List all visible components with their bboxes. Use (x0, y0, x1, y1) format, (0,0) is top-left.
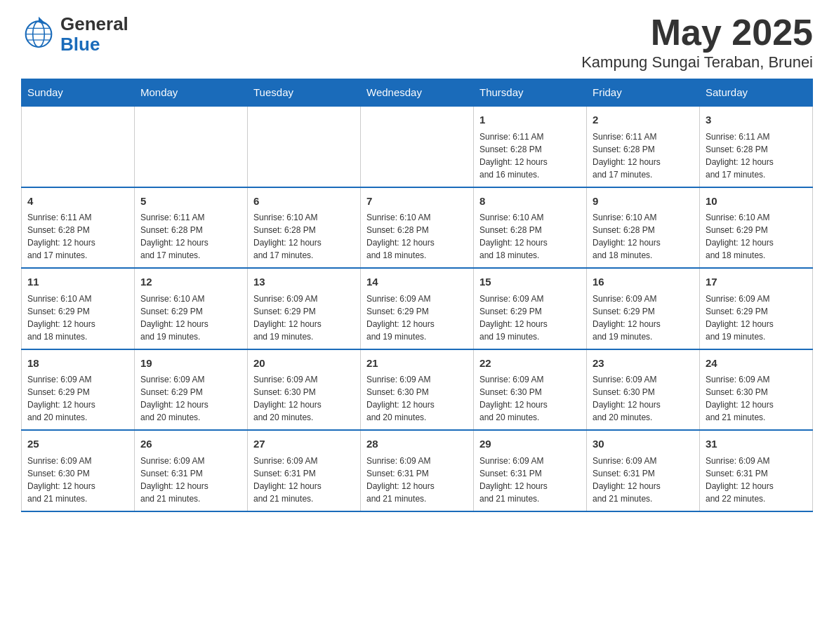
day-cell: 10Sunrise: 6:10 AM Sunset: 6:29 PM Dayli… (700, 187, 813, 269)
week-row-5: 25Sunrise: 6:09 AM Sunset: 6:30 PM Dayli… (22, 430, 813, 511)
day-number: 24 (706, 356, 807, 372)
day-cell (361, 106, 474, 187)
day-cell: 16Sunrise: 6:09 AM Sunset: 6:29 PM Dayli… (587, 268, 700, 349)
sun-info: Sunrise: 6:09 AM Sunset: 6:31 PM Dayligh… (366, 455, 468, 505)
day-number: 22 (479, 356, 581, 372)
sun-info: Sunrise: 6:09 AM Sunset: 6:30 PM Dayligh… (706, 373, 807, 424)
day-cell: 30Sunrise: 6:09 AM Sunset: 6:31 PM Dayli… (587, 430, 700, 511)
header-saturday: Saturday (700, 79, 813, 107)
sun-info: Sunrise: 6:09 AM Sunset: 6:31 PM Dayligh… (706, 455, 807, 505)
sun-info: Sunrise: 6:09 AM Sunset: 6:30 PM Dayligh… (593, 373, 694, 424)
day-number: 8 (479, 194, 581, 210)
sun-info: Sunrise: 6:09 AM Sunset: 6:29 PM Dayligh… (593, 293, 694, 343)
day-cell (135, 106, 248, 187)
sun-info: Sunrise: 6:10 AM Sunset: 6:28 PM Dayligh… (253, 211, 355, 262)
day-number: 19 (140, 356, 241, 372)
day-number: 28 (366, 436, 468, 452)
day-cell: 4Sunrise: 6:11 AM Sunset: 6:28 PM Daylig… (22, 187, 135, 269)
day-cell: 14Sunrise: 6:09 AM Sunset: 6:29 PM Dayli… (361, 268, 474, 349)
sun-info: Sunrise: 6:09 AM Sunset: 6:29 PM Dayligh… (366, 293, 468, 343)
day-cell: 13Sunrise: 6:09 AM Sunset: 6:29 PM Dayli… (248, 268, 361, 349)
day-number: 1 (479, 112, 581, 128)
sun-info: Sunrise: 6:10 AM Sunset: 6:28 PM Dayligh… (479, 211, 581, 262)
title-section: May 2025 Kampung Sungai Teraban, Brunei (581, 14, 813, 72)
sun-info: Sunrise: 6:09 AM Sunset: 6:29 PM Dayligh… (706, 293, 807, 343)
sun-info: Sunrise: 6:09 AM Sunset: 6:31 PM Dayligh… (479, 455, 581, 505)
day-cell: 31Sunrise: 6:09 AM Sunset: 6:31 PM Dayli… (700, 430, 813, 511)
sun-info: Sunrise: 6:11 AM Sunset: 6:28 PM Dayligh… (593, 130, 694, 181)
sun-info: Sunrise: 6:11 AM Sunset: 6:28 PM Dayligh… (706, 130, 807, 181)
header-wednesday: Wednesday (361, 79, 474, 107)
day-number: 10 (706, 194, 807, 210)
day-cell: 15Sunrise: 6:09 AM Sunset: 6:29 PM Dayli… (474, 268, 587, 349)
day-cell: 23Sunrise: 6:09 AM Sunset: 6:30 PM Dayli… (587, 349, 700, 431)
day-cell: 20Sunrise: 6:09 AM Sunset: 6:30 PM Dayli… (248, 349, 361, 431)
month-title: May 2025 (581, 14, 813, 51)
calendar-table: SundayMondayTuesdayWednesdayThursdayFrid… (21, 79, 813, 512)
day-number: 9 (593, 194, 694, 210)
day-number: 7 (366, 194, 468, 210)
sun-info: Sunrise: 6:11 AM Sunset: 6:28 PM Dayligh… (479, 130, 581, 181)
day-number: 18 (27, 356, 128, 372)
day-cell (248, 106, 361, 187)
sun-info: Sunrise: 6:09 AM Sunset: 6:30 PM Dayligh… (253, 373, 355, 424)
sun-info: Sunrise: 6:09 AM Sunset: 6:29 PM Dayligh… (253, 293, 355, 343)
day-number: 20 (253, 356, 355, 372)
day-number: 21 (366, 356, 468, 372)
day-cell: 9Sunrise: 6:10 AM Sunset: 6:28 PM Daylig… (587, 187, 700, 269)
day-cell: 12Sunrise: 6:10 AM Sunset: 6:29 PM Dayli… (135, 268, 248, 349)
calendar-header-row: SundayMondayTuesdayWednesdayThursdayFrid… (22, 79, 813, 107)
location-title: Kampung Sungai Teraban, Brunei (581, 53, 813, 72)
day-cell: 19Sunrise: 6:09 AM Sunset: 6:29 PM Dayli… (135, 349, 248, 431)
day-cell: 17Sunrise: 6:09 AM Sunset: 6:29 PM Dayli… (700, 268, 813, 349)
day-number: 3 (706, 112, 807, 128)
sun-info: Sunrise: 6:11 AM Sunset: 6:28 PM Dayligh… (140, 211, 241, 262)
day-cell: 11Sunrise: 6:10 AM Sunset: 6:29 PM Dayli… (22, 268, 135, 349)
page-header: General Blue May 2025 Kampung Sungai Ter… (21, 14, 813, 72)
day-cell (22, 106, 135, 187)
day-number: 27 (253, 436, 355, 452)
sun-info: Sunrise: 6:09 AM Sunset: 6:29 PM Dayligh… (27, 373, 128, 424)
sun-info: Sunrise: 6:11 AM Sunset: 6:28 PM Dayligh… (27, 211, 128, 262)
sun-info: Sunrise: 6:10 AM Sunset: 6:29 PM Dayligh… (140, 293, 241, 343)
day-number: 12 (140, 274, 241, 290)
week-row-3: 11Sunrise: 6:10 AM Sunset: 6:29 PM Dayli… (22, 268, 813, 349)
header-monday: Monday (135, 79, 248, 107)
day-number: 5 (140, 194, 241, 210)
day-cell: 7Sunrise: 6:10 AM Sunset: 6:28 PM Daylig… (361, 187, 474, 269)
day-cell: 18Sunrise: 6:09 AM Sunset: 6:29 PM Dayli… (22, 349, 135, 431)
sun-info: Sunrise: 6:09 AM Sunset: 6:29 PM Dayligh… (140, 373, 241, 424)
day-cell: 1Sunrise: 6:11 AM Sunset: 6:28 PM Daylig… (474, 106, 587, 187)
week-row-4: 18Sunrise: 6:09 AM Sunset: 6:29 PM Dayli… (22, 349, 813, 431)
day-cell: 24Sunrise: 6:09 AM Sunset: 6:30 PM Dayli… (700, 349, 813, 431)
header-thursday: Thursday (474, 79, 587, 107)
header-friday: Friday (587, 79, 700, 107)
logo-blue-text: Blue (60, 34, 128, 55)
day-number: 4 (27, 194, 128, 210)
sun-info: Sunrise: 6:10 AM Sunset: 6:28 PM Dayligh… (366, 211, 468, 262)
sun-info: Sunrise: 6:09 AM Sunset: 6:29 PM Dayligh… (479, 293, 581, 343)
logo-name: General Blue (60, 14, 128, 54)
day-cell: 27Sunrise: 6:09 AM Sunset: 6:31 PM Dayli… (248, 430, 361, 511)
day-number: 30 (593, 436, 694, 452)
sun-info: Sunrise: 6:09 AM Sunset: 6:30 PM Dayligh… (366, 373, 468, 424)
week-row-2: 4Sunrise: 6:11 AM Sunset: 6:28 PM Daylig… (22, 187, 813, 269)
day-cell: 21Sunrise: 6:09 AM Sunset: 6:30 PM Dayli… (361, 349, 474, 431)
day-number: 13 (253, 274, 355, 290)
logo: General Blue (21, 14, 128, 54)
sun-info: Sunrise: 6:09 AM Sunset: 6:30 PM Dayligh… (479, 373, 581, 424)
sun-info: Sunrise: 6:09 AM Sunset: 6:31 PM Dayligh… (593, 455, 694, 505)
day-cell: 2Sunrise: 6:11 AM Sunset: 6:28 PM Daylig… (587, 106, 700, 187)
day-cell: 8Sunrise: 6:10 AM Sunset: 6:28 PM Daylig… (474, 187, 587, 269)
day-cell: 22Sunrise: 6:09 AM Sunset: 6:30 PM Dayli… (474, 349, 587, 431)
sun-info: Sunrise: 6:10 AM Sunset: 6:29 PM Dayligh… (27, 293, 128, 343)
sun-info: Sunrise: 6:09 AM Sunset: 6:31 PM Dayligh… (253, 455, 355, 505)
sun-info: Sunrise: 6:09 AM Sunset: 6:30 PM Dayligh… (27, 455, 128, 505)
header-tuesday: Tuesday (248, 79, 361, 107)
day-number: 14 (366, 274, 468, 290)
sun-info: Sunrise: 6:10 AM Sunset: 6:28 PM Dayligh… (593, 211, 694, 262)
day-number: 26 (140, 436, 241, 452)
day-cell: 6Sunrise: 6:10 AM Sunset: 6:28 PM Daylig… (248, 187, 361, 269)
week-row-1: 1Sunrise: 6:11 AM Sunset: 6:28 PM Daylig… (22, 106, 813, 187)
day-number: 11 (27, 274, 128, 290)
